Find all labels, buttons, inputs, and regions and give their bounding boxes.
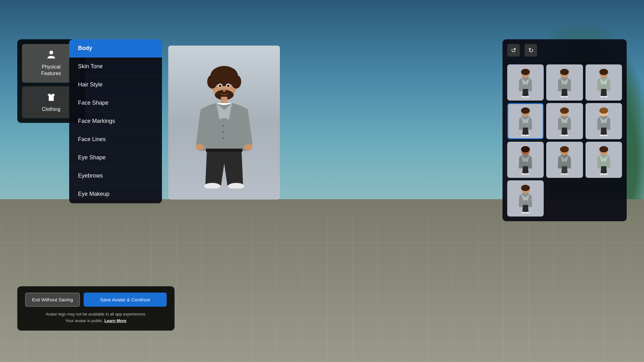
clothing-label: Clothing	[42, 106, 60, 113]
menu-item-eye-makeup[interactable]: Eye Makeup	[69, 185, 162, 203]
options-menu: Body Skin Tone Hair Style Face Shape Fac…	[69, 39, 162, 203]
menu-item-eye-shape[interactable]: Eye Shape	[69, 149, 162, 167]
svg-point-17	[222, 125, 224, 127]
svg-point-53	[599, 146, 608, 152]
physical-features-icon	[46, 50, 56, 61]
svg-point-19	[222, 137, 224, 139]
avatar-option-2[interactable]	[546, 64, 583, 101]
svg-rect-11	[221, 97, 227, 104]
avatar-option-6[interactable]	[586, 103, 622, 139]
avatar-option-8[interactable]	[546, 142, 583, 178]
svg-point-18	[222, 131, 224, 133]
svg-point-3	[207, 75, 217, 89]
svg-point-9	[227, 85, 230, 87]
avatar-option-4[interactable]	[507, 103, 544, 139]
svg-point-29	[599, 69, 608, 75]
svg-point-49	[560, 146, 569, 152]
avatar-thumbnail-4	[514, 106, 536, 136]
redo-button[interactable]: ↻	[525, 44, 537, 57]
avatar-preview	[168, 46, 280, 200]
undo-redo-controls: ↺ ↻	[507, 44, 622, 60]
undo-button[interactable]: ↺	[507, 44, 520, 57]
action-buttons: Exit Without Saving Save Avatar & Contin…	[25, 293, 167, 307]
svg-rect-14	[206, 149, 242, 152]
learn-more-link[interactable]: Learn More	[104, 318, 126, 323]
menu-item-face-shape[interactable]: Face Shape	[69, 94, 162, 112]
avatar-thumbnail-3	[593, 68, 615, 97]
bottom-controls: Exit Without Saving Save Avatar & Contin…	[17, 286, 175, 331]
avatar-thumbnail-1	[514, 68, 536, 97]
notice-text: Avatar legs may not be available in all …	[25, 311, 167, 324]
svg-point-33	[521, 107, 530, 114]
avatar-option-7[interactable]	[507, 142, 544, 178]
avatar-thumbnail-9	[593, 145, 615, 175]
clothing-icon	[46, 92, 56, 104]
avatar-thumbnail-2	[553, 68, 575, 97]
svg-point-10	[223, 89, 225, 92]
avatar-thumbnail-6	[593, 106, 615, 136]
avatar-grid	[507, 64, 622, 217]
menu-item-face-lines[interactable]: Face Lines	[69, 130, 162, 149]
avatar-option-9[interactable]	[586, 142, 622, 178]
svg-point-13	[244, 144, 253, 150]
svg-point-8	[219, 85, 221, 87]
svg-point-4	[231, 75, 241, 89]
avatar-options-panel: ↺ ↻	[502, 39, 627, 221]
svg-point-41	[599, 107, 608, 114]
avatar-thumbnail-10	[514, 184, 536, 213]
svg-point-45	[521, 146, 530, 152]
svg-point-21	[521, 69, 530, 75]
avatar-option-1[interactable]	[507, 64, 544, 101]
physical-features-label: Physical Features	[41, 64, 61, 77]
avatar-display	[168, 46, 280, 200]
svg-point-37	[560, 107, 569, 114]
menu-item-body[interactable]: Body	[69, 39, 162, 58]
avatar-svg	[190, 57, 259, 189]
svg-point-0	[49, 51, 53, 54]
avatar-thumbnail-7	[514, 145, 536, 175]
avatar-option-5[interactable]	[546, 103, 583, 139]
exit-button[interactable]: Exit Without Saving	[25, 293, 80, 307]
avatar-option-10[interactable]	[507, 180, 544, 217]
menu-item-skin-tone[interactable]: Skin Tone	[69, 58, 162, 76]
avatar-thumbnail-5	[553, 106, 575, 136]
menu-item-hair-style[interactable]: Hair Style	[69, 76, 162, 94]
menu-item-eyebrows[interactable]: Eyebrows	[69, 167, 162, 185]
save-button[interactable]: Save Avatar & Continue	[84, 293, 167, 307]
svg-point-25	[560, 69, 569, 75]
menu-item-face-markings[interactable]: Face Markings	[69, 112, 162, 130]
svg-point-57	[521, 185, 530, 191]
avatar-thumbnail-8	[553, 145, 575, 175]
avatar-option-3[interactable]	[586, 64, 622, 101]
svg-point-12	[196, 144, 204, 150]
